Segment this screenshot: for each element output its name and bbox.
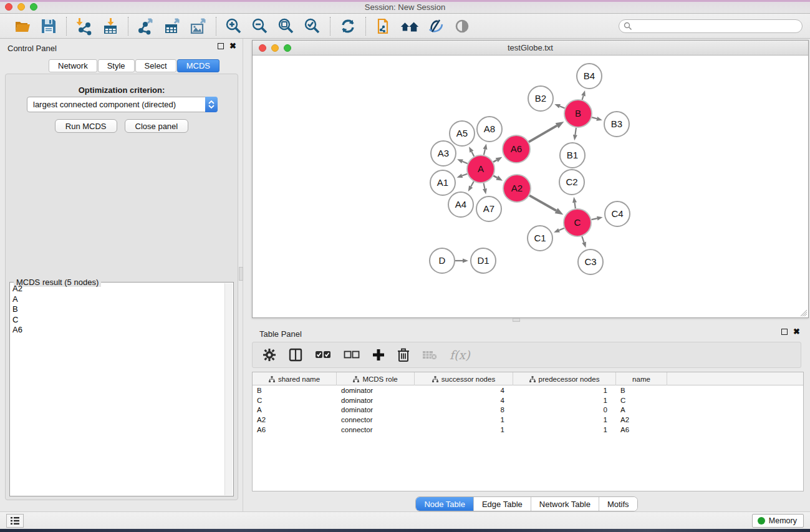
delete-column-trash-icon[interactable] bbox=[397, 348, 410, 362]
result-item[interactable]: A2 bbox=[11, 284, 224, 294]
add-column-icon[interactable] bbox=[372, 349, 385, 361]
graph-node-A4[interactable]: A4 bbox=[448, 192, 473, 217]
close-panel-icon[interactable]: ✖ bbox=[229, 43, 236, 49]
tab-network[interactable]: Network bbox=[49, 59, 97, 72]
show-columns-icon[interactable] bbox=[289, 348, 302, 362]
float-panel-icon[interactable] bbox=[218, 43, 224, 49]
tab-style[interactable]: Style bbox=[98, 59, 135, 72]
graph-edge-A6-B[interactable] bbox=[529, 122, 564, 142]
graph-edge-C-C2[interactable] bbox=[572, 197, 577, 208]
graph-node-A6[interactable]: A6 bbox=[503, 135, 530, 163]
graph-edge-D-D1[interactable] bbox=[455, 259, 468, 263]
zoom-in-icon[interactable] bbox=[224, 16, 244, 36]
import-network-icon[interactable] bbox=[74, 16, 94, 36]
run-mcds-button[interactable]: Run MCDS bbox=[55, 119, 117, 133]
graph-node-A2[interactable]: A2 bbox=[503, 175, 531, 202]
graph-node-C1[interactable]: C1 bbox=[528, 226, 552, 251]
result-item[interactable]: A6 bbox=[11, 325, 224, 336]
tab-node-table[interactable]: Node Table bbox=[416, 497, 473, 511]
tab-network-table[interactable]: Network Table bbox=[531, 497, 599, 511]
graph-node-B2[interactable]: B2 bbox=[528, 86, 553, 111]
table-settings-gear-icon[interactable] bbox=[263, 348, 276, 362]
show-all-networks-icon[interactable] bbox=[400, 16, 420, 36]
tab-mcds[interactable]: MCDS bbox=[177, 59, 219, 72]
graph-node-D[interactable]: D bbox=[430, 248, 455, 273]
panel-divider-handle-vertical[interactable] bbox=[239, 267, 243, 281]
export-image-icon[interactable] bbox=[188, 16, 208, 36]
graph-node-A8[interactable]: A8 bbox=[477, 117, 502, 142]
optimization-criterion-select[interactable]: largest connected component (directed) bbox=[27, 97, 218, 112]
column-header-name[interactable]: name bbox=[616, 372, 667, 385]
network-canvas[interactable]: B4B2BB3A8A5A3A6B1AA1C2A2A4A7C4CC1C3DD1 bbox=[253, 56, 808, 317]
graph-edge-A-A7[interactable] bbox=[483, 183, 487, 195]
result-item[interactable]: C bbox=[11, 315, 224, 326]
graph-node-C4[interactable]: C4 bbox=[605, 201, 630, 226]
graph-edge-A-A1[interactable] bbox=[457, 174, 468, 178]
tab-select[interactable]: Select bbox=[135, 59, 176, 72]
column-header-shared-name[interactable]: shared name bbox=[253, 372, 337, 385]
result-item[interactable]: B bbox=[11, 304, 224, 315]
graph-edge-A-A5[interactable] bbox=[469, 147, 474, 156]
tab-motifs[interactable]: Motifs bbox=[599, 497, 637, 511]
zoom-selected-icon[interactable] bbox=[302, 16, 322, 36]
export-network-icon[interactable] bbox=[136, 16, 156, 36]
table-row[interactable]: A2 connector 1 1 A2 bbox=[253, 415, 803, 425]
network-window-titlebar[interactable]: testGlobe.txt bbox=[253, 41, 808, 56]
graph-node-A[interactable]: A bbox=[467, 155, 494, 183]
memory-button[interactable]: Memory bbox=[752, 514, 804, 528]
graph-edge-B-B4[interactable] bbox=[581, 90, 586, 100]
graph-node-D1[interactable]: D1 bbox=[471, 248, 496, 273]
mcds-result-list[interactable]: A2 A B C A6 bbox=[11, 284, 224, 495]
save-session-icon[interactable] bbox=[39, 16, 59, 36]
panel-divider-handle-horizontal[interactable] bbox=[513, 318, 520, 322]
import-table-icon[interactable] bbox=[100, 16, 120, 36]
table-row[interactable]: B dominator 4 1 B bbox=[253, 385, 803, 395]
zoom-fit-icon[interactable] bbox=[276, 16, 296, 36]
graph-edge-C-C3[interactable] bbox=[582, 236, 586, 248]
task-history-icon[interactable] bbox=[6, 514, 24, 528]
graph-edge-A-A2[interactable] bbox=[493, 176, 503, 181]
show-graphics-details-icon[interactable] bbox=[452, 16, 472, 36]
graph-edge-A2-C[interactable] bbox=[529, 195, 563, 215]
table-row[interactable]: A6 connector 1 1 A6 bbox=[253, 425, 803, 435]
float-table-panel-icon[interactable] bbox=[781, 329, 788, 335]
graph-edge-A-A6[interactable] bbox=[493, 157, 502, 162]
graph-node-C[interactable]: C bbox=[564, 209, 591, 236]
graph-node-A5[interactable]: A5 bbox=[450, 121, 475, 146]
tab-edge-table[interactable]: Edge Table bbox=[473, 497, 531, 511]
graph-node-B4[interactable]: B4 bbox=[577, 64, 602, 89]
graph-edge-C-C4[interactable] bbox=[591, 216, 602, 221]
search-input[interactable] bbox=[619, 19, 803, 33]
close-table-panel-icon[interactable]: ✖ bbox=[793, 329, 800, 335]
graph-edge-B-B2[interactable] bbox=[554, 104, 564, 109]
deselect-all-rows-icon[interactable] bbox=[344, 351, 360, 359]
graph-edge-B-B3[interactable] bbox=[592, 117, 602, 121]
open-file-icon[interactable] bbox=[12, 16, 32, 36]
column-header-predecessor-nodes[interactable]: predecessor nodes bbox=[513, 372, 616, 385]
graph-edge-A-A4[interactable] bbox=[468, 181, 474, 191]
graph-node-B1[interactable]: B1 bbox=[560, 143, 585, 168]
result-list-scrollbar[interactable] bbox=[224, 283, 233, 495]
graph-node-B[interactable]: B bbox=[564, 100, 592, 127]
graph-node-A1[interactable]: A1 bbox=[430, 170, 455, 195]
hide-labels-icon[interactable] bbox=[426, 16, 446, 36]
window-resize-grip[interactable] bbox=[799, 308, 807, 316]
export-table-icon[interactable] bbox=[162, 16, 182, 36]
graph-node-C3[interactable]: C3 bbox=[578, 249, 603, 274]
graph-node-A7[interactable]: A7 bbox=[476, 196, 501, 221]
graph-edge-C-C1[interactable] bbox=[554, 228, 564, 233]
column-header-successor-nodes[interactable]: successor nodes bbox=[415, 372, 513, 385]
table-row[interactable]: A dominator 8 0 A bbox=[253, 405, 803, 415]
zoom-out-icon[interactable] bbox=[250, 16, 270, 36]
result-item[interactable]: A bbox=[11, 294, 224, 305]
table-row[interactable]: C dominator 4 1 C bbox=[253, 395, 803, 405]
graph-edge-B-B1[interactable] bbox=[573, 128, 577, 140]
refresh-icon[interactable] bbox=[338, 16, 358, 36]
new-session-from-network-icon[interactable] bbox=[374, 16, 393, 36]
graph-edge-A-A3[interactable] bbox=[457, 159, 468, 163]
close-panel-button[interactable]: Close panel bbox=[125, 119, 189, 133]
graph-node-C2[interactable]: C2 bbox=[559, 170, 584, 195]
graph-node-A3[interactable]: A3 bbox=[431, 141, 456, 166]
select-all-rows-icon[interactable] bbox=[315, 351, 331, 359]
graph-edge-A-A8[interactable] bbox=[483, 143, 488, 155]
